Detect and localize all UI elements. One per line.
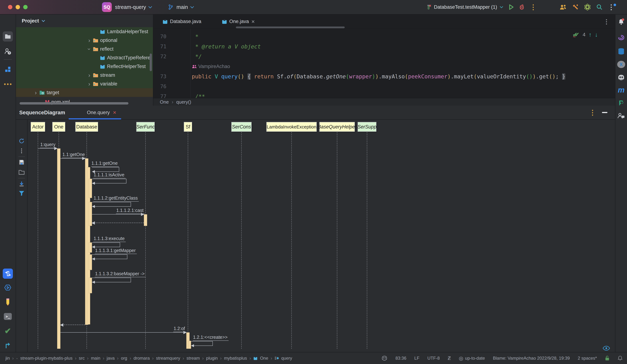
- run-button[interactable]: [508, 4, 514, 10]
- run-configuration-selector[interactable]: DatabaseTest.testMapper (1): [426, 4, 503, 10]
- diagram-panel-title[interactable]: SequenceDiagram: [19, 110, 65, 116]
- message-label[interactable]: 1.2.1:<<create>>: [193, 335, 229, 341]
- eye-icon[interactable]: [603, 346, 610, 351]
- notifications-bell-button[interactable]: [618, 18, 625, 25]
- tab-database-java[interactable]: Database.java: [158, 14, 206, 29]
- tab-scroll-thumb[interactable]: [236, 26, 345, 28]
- message-label[interactable]: 1.1.1.2.1:cast: [116, 208, 145, 214]
- more-tool-windows-button[interactable]: [4, 83, 12, 85]
- tree-item-stream[interactable]: › stream: [16, 71, 153, 79]
- message-label[interactable]: 1.1.1:getOne: [91, 160, 119, 167]
- inspections-widget[interactable]: ✔✔~ 4 ↑ ↓: [573, 31, 598, 38]
- chevron-down-icon[interactable]: ›: [86, 47, 93, 52]
- copilot-status-icon[interactable]: [381, 356, 388, 361]
- branch-selector[interactable]: main: [176, 4, 188, 10]
- sequence-diagram-tool-button[interactable]: [3, 268, 13, 279]
- vcs-sync-status[interactable]: ◎ up-to-date: [459, 355, 485, 361]
- plugins-atom-button[interactable]: [584, 3, 591, 11]
- message-label[interactable]: 1.1.1.3.1:getMapper: [95, 248, 137, 254]
- message-label[interactable]: 1.1.1.3.2:baseMapper ->: [95, 271, 146, 277]
- breadcrumb-method[interactable]: query(): [176, 99, 191, 105]
- search-everywhere-button[interactable]: [596, 4, 603, 10]
- hide-panel-button[interactable]: [602, 112, 607, 113]
- code-line-70[interactable]: 70 *: [153, 32, 615, 42]
- filter-button[interactable]: [19, 191, 24, 196]
- chevron-right-icon[interactable]: ›: [33, 89, 38, 96]
- chevron-right-icon[interactable]: ›: [87, 37, 92, 44]
- message-label[interactable]: 1:query: [40, 142, 56, 148]
- traffic-minimize-button[interactable]: [16, 5, 20, 9]
- diagram-more-kebab[interactable]: ⋮: [19, 148, 24, 154]
- close-icon[interactable]: [251, 20, 255, 24]
- message-label[interactable]: 1.1.1.2:getEntityClass: [93, 195, 139, 202]
- code-line-76[interactable]: 76: [153, 81, 615, 92]
- pull-requests-icon[interactable]: ?: [4, 48, 11, 55]
- save-button[interactable]: [19, 159, 24, 165]
- author-inlay-row[interactable]: VampireAchao: [153, 61, 615, 71]
- lock-icon[interactable]: [605, 356, 610, 361]
- code-line-71[interactable]: 71 * @return a V object: [153, 42, 615, 52]
- participant-actor[interactable]: Actor: [31, 122, 45, 132]
- refresh-button[interactable]: [18, 138, 25, 144]
- message-label[interactable]: 1.1.1.1:isActive: [93, 172, 126, 178]
- ai-assistant-swirl-button[interactable]: [618, 34, 625, 41]
- participant-one[interactable]: One: [52, 122, 65, 132]
- services-tool-button[interactable]: [4, 284, 11, 291]
- github-copilot-button[interactable]: [617, 74, 625, 81]
- checks-tool-button[interactable]: ✔: [4, 326, 11, 335]
- terminal-tool-button[interactable]: >_: [4, 313, 12, 320]
- git-tool-button[interactable]: [4, 342, 11, 349]
- git-blame[interactable]: Blame: VampireAchao 2022/9/28, 19:39: [493, 356, 570, 361]
- message-label[interactable]: 1.2:of: [173, 326, 186, 332]
- tree-item-abstracttypereference[interactable]: AbstractTypeRefere: [16, 53, 153, 62]
- traffic-close-button[interactable]: [8, 5, 12, 9]
- plugin-p-button[interactable]: P: [619, 99, 624, 107]
- project-horizontal-scrollbar[interactable]: [20, 102, 128, 104]
- statusbar-breadcrumbs[interactable]: jin› · stream-plugin-mybatis-plus› src› …: [0, 355, 292, 361]
- line-separator[interactable]: LF: [414, 356, 419, 361]
- participant-basequeryhelper[interactable]: BaseQueryHelper: [319, 122, 355, 132]
- comments-tool-button[interactable]: [617, 112, 625, 119]
- tree-item-lambdahelpertest[interactable]: LambdaHelperTest: [16, 27, 153, 36]
- diagram-tab-one-query[interactable]: One.query: [87, 110, 117, 115]
- project-vertical-scrollbar[interactable]: [150, 53, 152, 71]
- code-with-me-users-button[interactable]: [560, 4, 567, 10]
- tree-item-reflect[interactable]: › reflect: [16, 45, 153, 53]
- diagram-options-kebab[interactable]: ⋮: [589, 109, 596, 116]
- x-tool-button[interactable]: X: [617, 61, 625, 68]
- file-encoding[interactable]: UTF-8: [427, 356, 440, 361]
- tree-item-variable[interactable]: › variable: [16, 79, 153, 88]
- next-problem-arrow[interactable]: ↓: [595, 31, 598, 38]
- caret-position[interactable]: 83:36: [396, 356, 406, 361]
- chevron-right-icon[interactable]: ›: [87, 72, 92, 79]
- code-line-72[interactable]: 72 */: [153, 52, 615, 61]
- project-panel-header[interactable]: Project: [16, 14, 153, 27]
- project-selector[interactable]: stream-query: [115, 4, 146, 10]
- message-label[interactable]: 1.1:getOne: [62, 152, 86, 158]
- code-line-73[interactable]: 73 public V query() { return Sf.of(Datab…: [153, 71, 615, 81]
- traffic-zoom-button[interactable]: [23, 5, 28, 9]
- export-button[interactable]: [19, 181, 24, 187]
- tree-item-reflecthelpertest[interactable]: ReflectHelperTest: [16, 62, 153, 71]
- structure-tool-button[interactable]: [4, 66, 11, 73]
- spellcheck-icon[interactable]: Ƶ: [448, 355, 451, 361]
- database-tool-button[interactable]: [618, 48, 625, 55]
- participant-sersupp[interactable]: SerSupp: [358, 122, 376, 132]
- pencil-tool-button[interactable]: [5, 298, 11, 306]
- tree-item-optional[interactable]: › optional: [16, 36, 153, 45]
- tools-button[interactable]: [572, 4, 579, 10]
- indent-setting[interactable]: 2 spaces*: [578, 356, 597, 361]
- project-tool-button[interactable]: [3, 31, 13, 42]
- open-folder-button[interactable]: [19, 170, 24, 175]
- tree-item-target[interactable]: › target: [16, 88, 153, 97]
- more-run-actions-button[interactable]: ⋮: [530, 4, 537, 10]
- participant-database[interactable]: Database: [75, 122, 98, 132]
- participant-serfunc[interactable]: SerFunc: [136, 122, 155, 132]
- message-label[interactable]: 1.1.1.3:execute: [93, 236, 126, 242]
- prev-problem-arrow[interactable]: ↑: [589, 31, 592, 38]
- participant-sercons[interactable]: SerCons: [231, 122, 252, 132]
- notifications-lamp-icon[interactable]: [618, 356, 623, 361]
- close-icon[interactable]: [113, 110, 117, 114]
- participant-sf[interactable]: Sf: [184, 122, 192, 132]
- maven-tool-button[interactable]: m: [618, 86, 625, 94]
